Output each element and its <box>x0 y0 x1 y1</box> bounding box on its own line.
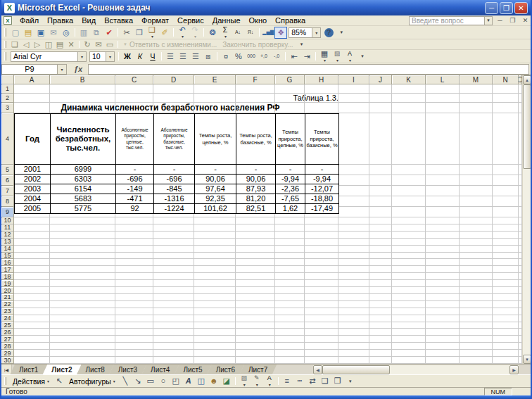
toolbar-grip[interactable] <box>4 377 6 386</box>
row-header-27[interactable]: 27 <box>1 336 14 343</box>
borders-dropdown-icon[interactable]: ▾ <box>324 58 326 63</box>
insert-hyperlink-button[interactable]: ❂ <box>206 27 219 39</box>
delete-comment-button[interactable]: ✕ <box>65 40 77 49</box>
show-all-comments-button[interactable]: ▤ <box>54 40 65 49</box>
cell-B8[interactable]: 5683 <box>51 194 116 204</box>
horizontal-scroll-track[interactable] <box>390 365 509 374</box>
save-button[interactable]: ▣ <box>34 27 47 39</box>
sort-descending-button[interactable]: Я↓ <box>244 27 257 39</box>
end-review-button[interactable]: Закончить проверку... <box>220 40 296 49</box>
show-reviewing-pane-button[interactable]: ▭ <box>104 40 115 49</box>
menu-item-help[interactable]: Справка <box>271 16 310 25</box>
cell-H8[interactable]: -18,80 <box>305 194 339 204</box>
line-button[interactable]: ╲ <box>119 375 132 387</box>
sheet-tab-8[interactable]: Лист7 <box>239 365 277 374</box>
arrow-button[interactable]: ↘ <box>132 375 144 387</box>
column-header-B[interactable]: B <box>50 75 115 84</box>
comma-style-button[interactable]: 000 <box>245 51 258 63</box>
doc-minimize-button[interactable]: ─ <box>495 16 505 25</box>
increase-decimal-button[interactable]: +,0 <box>258 51 270 63</box>
font-size-dropdown-icon[interactable]: ▾ <box>106 52 114 61</box>
doc-close-button[interactable]: ✕ <box>520 16 531 25</box>
question-input[interactable] <box>409 16 485 25</box>
column-header-K[interactable]: K <box>392 75 426 84</box>
row-header-1[interactable]: 1 <box>1 84 14 94</box>
row-header-8[interactable]: 8 <box>1 196 14 207</box>
undo-dropdown-icon[interactable]: ▾ <box>182 34 184 39</box>
line-color-dropdown-icon[interactable]: ▾ <box>256 382 258 387</box>
cell-D5[interactable]: - <box>154 165 195 175</box>
next-comment-button[interactable]: ▷ <box>32 40 43 49</box>
cell-E4[interactable]: Темпы роста, цепные, % <box>195 114 236 165</box>
minimize-button[interactable]: ─ <box>485 2 498 14</box>
row-header-6[interactable]: 6 <box>1 175 14 186</box>
row-header-3[interactable]: 3 <box>1 103 14 113</box>
cell-G6[interactable]: -9,94 <box>276 175 305 184</box>
cell-A4[interactable]: Год <box>15 114 51 165</box>
drawing-button[interactable]: ❖ <box>274 27 287 39</box>
row-header-9[interactable]: 9 <box>1 207 14 217</box>
column-header-J[interactable]: J <box>369 75 392 84</box>
toolbar-options-button[interactable]: ▾ <box>335 27 348 39</box>
chart-wizard-button[interactable]: ▂▅▇ <box>262 27 274 39</box>
autosum-dropdown-icon[interactable]: ▾ <box>224 34 227 39</box>
font-size-combobox[interactable]: 10▾ <box>89 51 115 62</box>
cell-G4[interactable]: Темпы прироста, цепные, % <box>276 114 305 165</box>
cell-D6[interactable]: -696 <box>154 175 195 184</box>
rectangle-button[interactable]: ▭ <box>144 375 157 387</box>
column-header-L[interactable]: L <box>426 75 460 84</box>
row-header-10[interactable]: 10 <box>1 217 14 224</box>
underline-button[interactable]: Ч <box>146 51 159 63</box>
print-button[interactable]: ▥ <box>77 27 90 39</box>
row-header-12[interactable]: 12 <box>1 232 14 239</box>
restore-button[interactable]: ❐ <box>500 2 513 14</box>
name-box-dropdown-icon[interactable]: ▾ <box>58 64 67 75</box>
clipart-button[interactable]: ☻ <box>208 375 220 387</box>
column-header-F[interactable]: F <box>236 75 275 84</box>
cell-G5[interactable]: - <box>276 165 305 175</box>
font-color-button[interactable]: А▾ <box>343 51 356 63</box>
redo-button[interactable]: ↷▾ <box>189 27 201 39</box>
scroll-right-icon[interactable]: ▶ <box>509 365 519 374</box>
cell-A9[interactable]: 2005 <box>15 204 51 214</box>
vertical-scroll-thumb[interactable] <box>523 84 531 169</box>
cell-C7[interactable]: -149 <box>116 184 154 194</box>
italic-button[interactable]: К <box>134 51 146 63</box>
sheet-tab-1[interactable]: Лист1 <box>10 365 47 374</box>
toolbar-grip[interactable] <box>4 52 6 61</box>
row-header-22[interactable]: 22 <box>1 301 14 308</box>
column-header-C[interactable]: C <box>115 75 153 84</box>
scroll-up-icon[interactable]: ▲ <box>523 75 531 84</box>
cell-D8[interactable]: -1316 <box>154 194 195 204</box>
menu-item-edit[interactable]: Правка <box>43 16 77 25</box>
column-header-O[interactable]: O <box>519 75 522 84</box>
shadow-style-button[interactable]: ❏ <box>319 375 331 387</box>
menu-item-view[interactable]: Вид <box>77 16 100 25</box>
row-header-29[interactable]: 29 <box>1 350 14 357</box>
row-header-11[interactable]: 11 <box>1 224 14 232</box>
horizontal-scroll-thumb[interactable] <box>322 365 390 374</box>
new-button[interactable]: ▢ <box>9 27 22 39</box>
cell-D7[interactable]: -845 <box>154 184 195 194</box>
cell-B7[interactable]: 6154 <box>51 184 116 194</box>
row-header-2[interactable]: 2 <box>1 94 14 103</box>
open-button[interactable]: ▤ <box>22 27 34 39</box>
cell-F5[interactable]: - <box>236 165 276 175</box>
cell-D9[interactable]: -1224 <box>154 204 195 214</box>
cell-B5[interactable]: 6999 <box>51 165 116 175</box>
previous-comment-button[interactable]: ◁ <box>20 40 32 49</box>
sheet-tab-3[interactable]: Лист8 <box>76 365 113 374</box>
vertical-scrollbar[interactable]: ▲ ▼ <box>522 75 531 364</box>
line-color-button[interactable]: ✎▾ <box>251 375 263 387</box>
font-name-dropdown-icon[interactable]: ▾ <box>77 52 86 61</box>
cell-H5[interactable]: - <box>305 165 339 175</box>
paste-dropdown-icon[interactable]: ▾ <box>151 34 153 39</box>
question-dropdown-icon[interactable]: ▾ <box>485 16 493 25</box>
currency-style-button[interactable]: ¤ <box>220 51 232 63</box>
column-header-A[interactable]: A <box>14 75 50 84</box>
row-header-14[interactable]: 14 <box>1 246 14 253</box>
fill-color-button[interactable]: ▨▾ <box>331 51 343 63</box>
cell-C5[interactable]: - <box>116 165 154 175</box>
zoom-combobox[interactable]: 85%▾ <box>289 27 321 38</box>
copy-button[interactable]: ❐ <box>133 27 146 39</box>
